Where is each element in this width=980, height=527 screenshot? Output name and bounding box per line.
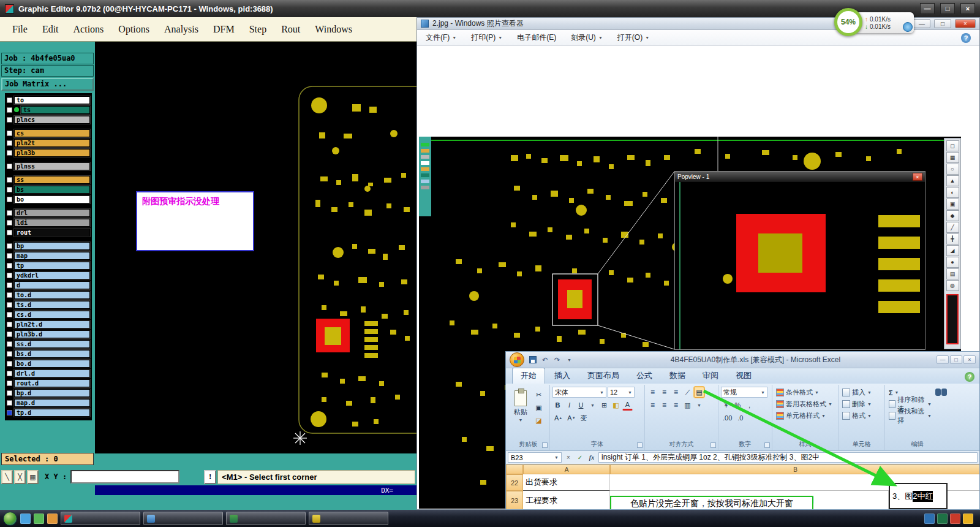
menu-item[interactable]: Actions (74, 24, 104, 35)
layer-name[interactable]: drl.d (14, 370, 90, 377)
layer-name[interactable]: ss (14, 176, 90, 184)
layer-visibility-checkbox[interactable] (7, 371, 12, 376)
menu-item[interactable]: 文件(F)▼ (426, 32, 456, 43)
layer-visibility-checkbox[interactable] (7, 164, 12, 169)
layer-row[interactable]: rout (5, 227, 92, 237)
comma-button[interactable]: , (744, 400, 755, 411)
layer-name[interactable]: bs.d (14, 350, 90, 358)
taskbar-button[interactable] (309, 512, 388, 525)
maximize-button[interactable]: □ (940, 3, 955, 14)
menu-item[interactable]: 打印(P)▼ (471, 32, 502, 43)
tray-icon[interactable] (963, 514, 973, 524)
tray-icon[interactable] (950, 514, 960, 524)
layer-row[interactable]: ts (5, 105, 92, 115)
layer-visibility-checkbox[interactable] (7, 410, 12, 415)
close-icon[interactable]: × (913, 173, 922, 181)
layer-row[interactable]: bo (5, 194, 92, 204)
layer-name[interactable]: cs.d (14, 311, 90, 319)
cell-b23-overflow[interactable]: 3、图2中红 (889, 483, 948, 509)
layer-row[interactable]: cs.d (5, 309, 92, 319)
layer-row[interactable]: tp (5, 260, 92, 270)
insert-function-icon[interactable]: fx (587, 453, 597, 463)
layer-visibility-checkbox[interactable] (7, 97, 12, 103)
taskbar-button-graphic-editor[interactable] (61, 512, 140, 525)
column-header-b[interactable]: B (610, 464, 980, 474)
align-bottom-button[interactable]: ≡ (671, 387, 681, 398)
layer-visibility-checkbox[interactable] (7, 187, 12, 192)
quick-launch-icon[interactable] (34, 514, 44, 524)
layer-visibility-checkbox[interactable] (7, 351, 12, 357)
menu-item[interactable]: 刻录(U)▼ (571, 32, 603, 43)
dialog-launcher-icon[interactable] (764, 442, 770, 448)
close-button[interactable]: × (960, 3, 975, 14)
layer-visibility-checkbox[interactable] (7, 400, 12, 406)
tray-icon[interactable] (924, 514, 935, 524)
menu-item[interactable]: Step (249, 24, 266, 35)
select-all-corner[interactable] (506, 464, 523, 474)
layer-name[interactable]: bo (14, 195, 90, 203)
percent-button[interactable]: % (733, 400, 743, 411)
layer-name[interactable]: plnss (14, 162, 90, 170)
layer-name[interactable]: ts.d (14, 301, 90, 309)
layer-name[interactable]: map (14, 252, 90, 260)
layer-row[interactable]: plncs (5, 115, 92, 124)
layer-name[interactable]: pln2t (14, 139, 90, 147)
layer-visibility-checkbox[interactable] (7, 312, 12, 317)
worksheet-grid[interactable]: A B 22 出货要求 23 工程要求 insight 订单 1、外层完成铜厚 … (506, 464, 979, 510)
italic-button[interactable]: I (564, 400, 575, 411)
layer-name[interactable]: to (14, 96, 90, 104)
layer-visibility-checkbox[interactable] (7, 131, 12, 136)
layer-name[interactable]: ldi (14, 219, 90, 227)
layer-visibility-checkbox[interactable] (7, 177, 12, 183)
office-button[interactable] (510, 352, 524, 367)
currency-button[interactable]: ¥ (721, 400, 731, 411)
layer-name[interactable]: plncs (14, 116, 90, 124)
style-button[interactable]: 套用表格格式 ▼ (775, 398, 835, 410)
xy-input[interactable] (70, 470, 179, 483)
merge-center-button[interactable]: ▥ (682, 400, 693, 411)
layer-name[interactable]: cs (14, 129, 90, 137)
boost-icon[interactable] (903, 22, 913, 32)
fill-color-button[interactable]: ◧ (611, 400, 621, 411)
copy-icon[interactable]: ▣ (533, 402, 544, 413)
layer-row[interactable]: map (5, 251, 92, 260)
ribbon-tab[interactable]: 数据 (662, 368, 693, 384)
align-middle-button[interactable]: ≡ (659, 387, 669, 398)
maximize-button[interactable]: □ (934, 19, 951, 28)
layer-name[interactable]: bo.d (14, 360, 90, 368)
style-button[interactable]: 条件格式 ▼ (775, 387, 835, 398)
qat-dropdown-icon[interactable]: ▼ (564, 355, 575, 365)
layer-visibility-checkbox[interactable] (7, 230, 12, 235)
quick-launch-icon[interactable] (47, 514, 58, 524)
align-center-button[interactable]: ≡ (659, 400, 669, 411)
editor-tool-icon[interactable]: ╲ (1, 470, 13, 484)
ribbon-tab[interactable]: 审阅 (695, 368, 726, 384)
close-button[interactable]: × (955, 19, 976, 28)
layer-row[interactable]: tp.d (5, 408, 92, 417)
cell-button[interactable]: 格式 ▼ (841, 410, 882, 422)
menu-item[interactable]: DFM (213, 24, 235, 35)
grow-font-button[interactable]: A▲ (552, 412, 564, 423)
layer-name[interactable]: pln3b.d (14, 330, 90, 338)
save-icon[interactable] (527, 355, 538, 365)
underline-button[interactable]: U (576, 400, 586, 411)
layer-row[interactable]: to (5, 95, 92, 105)
taskbar-button-excel[interactable] (226, 512, 306, 525)
layer-row[interactable]: bp (5, 241, 92, 251)
menu-item[interactable]: 电子邮件(E)▼ (517, 32, 556, 43)
layer-name[interactable]: tp (14, 262, 90, 270)
border-button[interactable]: ⊞ (599, 400, 609, 411)
editor-tool-icon[interactable]: ╳ (14, 470, 26, 484)
editing-button[interactable]: 查找和选择 ▼ (888, 410, 933, 422)
shrink-font-button[interactable]: A▼ (565, 412, 577, 423)
layer-visibility-checkbox[interactable] (7, 117, 12, 123)
pcb-canvas[interactable]: 附图预审指示没处理 (95, 42, 417, 453)
layer-name[interactable]: bp (14, 242, 90, 250)
bold-button[interactable]: B (552, 400, 563, 411)
layer-name[interactable]: ydkdrl (14, 271, 90, 279)
layer-visibility-checkbox[interactable] (7, 210, 12, 216)
start-button[interactable] (3, 512, 17, 526)
layer-visibility-checkbox[interactable] (7, 322, 12, 327)
layer-row[interactable]: drl (5, 208, 92, 218)
close-button[interactable]: × (963, 355, 976, 364)
